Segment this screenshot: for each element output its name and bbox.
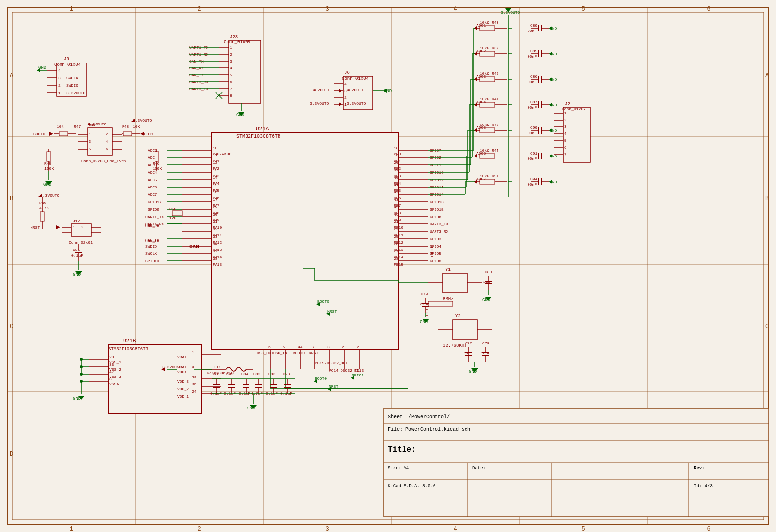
svg-text:1: 1	[69, 526, 73, 532]
svg-text:BOOT0: BOOT0	[33, 132, 45, 136]
svg-text:STM32F103C8T6TR: STM32F103C8T6TR	[236, 134, 280, 139]
svg-text:28: 28	[394, 256, 399, 261]
svg-text:120: 120	[169, 216, 177, 220]
svg-text:34: 34	[213, 242, 217, 246]
svg-text:B: B	[10, 195, 13, 202]
svg-text:5: 5	[564, 139, 566, 143]
svg-text:6: 6	[707, 526, 710, 532]
svg-text:3.3VOUTO: 3.3VOUTO	[40, 193, 60, 198]
svg-text:15: 15	[213, 183, 217, 187]
svg-text:R45: R45	[44, 161, 52, 166]
svg-text:2: 2	[564, 118, 566, 122]
svg-text:20: 20	[394, 160, 399, 165]
svg-text:A: A	[765, 72, 769, 79]
svg-text:GPIO10: GPIO10	[145, 259, 159, 263]
svg-text:J2: J2	[565, 102, 570, 107]
svg-text:C82: C82	[253, 372, 261, 376]
svg-text:1: 1	[69, 6, 73, 13]
svg-text:4: 4	[453, 526, 457, 532]
svg-point-320	[80, 380, 83, 383]
svg-text:1: 1	[58, 91, 61, 95]
svg-text:Conn_01x04: Conn_01x04	[342, 76, 369, 81]
svg-text:00nF: 00nF	[528, 105, 537, 110]
svg-text:8: 8	[109, 377, 112, 381]
svg-text:Sheet: /PowerControl/: Sheet: /PowerControl/	[388, 414, 450, 420]
svg-text:33: 33	[213, 234, 217, 239]
svg-text:C86: C86	[530, 74, 538, 79]
svg-text:5: 5	[230, 73, 232, 77]
svg-text:3.3VOUTO: 3.3VOUTO	[66, 91, 86, 95]
svg-text:00nF: 00nF	[528, 182, 537, 187]
svg-text:GPIO13: GPIO13	[430, 200, 444, 204]
svg-text:6: 6	[230, 80, 232, 84]
svg-text:PB15: PB15	[394, 262, 403, 267]
svg-text:38: 38	[213, 256, 217, 261]
svg-text:ADC2: ADC2	[476, 49, 486, 53]
svg-text:4: 4	[230, 66, 232, 70]
svg-point-313	[80, 358, 83, 361]
svg-text:GPIO9: GPIO9	[148, 207, 159, 212]
svg-text:24: 24	[192, 389, 197, 394]
svg-text:C78: C78	[482, 341, 490, 345]
svg-text:3: 3	[564, 125, 566, 129]
svg-text:SWCLK: SWCLK	[66, 76, 78, 80]
svg-text:11: 11	[213, 153, 217, 157]
svg-text:00nF: 00nF	[528, 156, 537, 161]
svg-text:J6: J6	[344, 70, 350, 75]
svg-text:2: 2	[230, 52, 232, 57]
svg-text:R49: R49	[39, 201, 47, 205]
svg-text:14: 14	[213, 175, 217, 180]
svg-text:C90: C90	[530, 125, 538, 130]
svg-text:3: 3	[230, 59, 232, 63]
svg-text:NRST: NRST	[31, 225, 40, 230]
svg-text:GPIO17: GPIO17	[148, 200, 162, 204]
svg-rect-370	[155, 152, 159, 161]
svg-text:R50: R50	[169, 207, 177, 211]
svg-text:C85: C85	[530, 49, 538, 53]
svg-text:1: 1	[192, 350, 194, 354]
svg-text:13: 13	[213, 168, 217, 172]
svg-text:44: 44	[298, 345, 303, 349]
svg-text:0.1uF: 0.1uF	[71, 253, 83, 258]
svg-text:UART1_TX: UART1_TX	[145, 215, 164, 219]
svg-text:VDD_1: VDD_1	[177, 394, 189, 399]
svg-text:A: A	[10, 72, 14, 79]
svg-text:27: 27	[394, 249, 399, 253]
svg-text:2: 2	[197, 526, 201, 532]
svg-text:4: 4	[106, 140, 108, 144]
svg-text:C89: C89	[530, 23, 538, 28]
svg-text:C93: C93	[283, 372, 290, 376]
svg-text:9: 9	[192, 365, 194, 369]
svg-text:4: 4	[344, 82, 347, 86]
svg-text:25: 25	[394, 234, 399, 239]
svg-text:ADC6: ADC6	[148, 185, 157, 189]
svg-rect-294	[108, 344, 202, 413]
svg-text:R47: R47	[74, 125, 81, 129]
svg-text:1: 1	[89, 132, 91, 136]
svg-text:PC13: PC13	[354, 368, 364, 373]
svg-text:VSSA: VSSA	[109, 382, 119, 386]
svg-text:CAN_TX: CAN_TX	[145, 239, 159, 243]
svg-text:19: 19	[394, 153, 399, 157]
schematic-canvas: 1 2 3 4 5 6 1 2 3 4 5 6 A B C D A B C D …	[0, 0, 776, 532]
svg-text:Conn_02x03_Odd_Even: Conn_02x03_Odd_Even	[81, 159, 126, 163]
svg-rect-365	[47, 152, 51, 161]
svg-text:VDD_2: VDD_2	[177, 387, 189, 391]
svg-text:B: B	[765, 195, 769, 202]
svg-text:40: 40	[394, 175, 399, 180]
svg-text:VBAT: VBAT	[177, 355, 186, 359]
svg-text:3: 3	[325, 6, 329, 13]
svg-text:3: 3	[325, 526, 329, 532]
svg-text:C80: C80	[485, 270, 492, 274]
svg-text:32: 32	[213, 227, 217, 231]
svg-text:2: 2	[342, 345, 344, 349]
svg-text:48: 48	[192, 375, 197, 379]
svg-text:5: 5	[89, 147, 91, 151]
svg-text:2: 2	[106, 132, 108, 136]
svg-rect-276	[453, 320, 477, 340]
svg-text:C84: C84	[241, 372, 248, 376]
svg-text:6: 6	[106, 147, 108, 151]
svg-text:CAN: CAN	[189, 244, 199, 250]
svg-text:KiCad E.D.A. 8.0.6: KiCad E.D.A. 8.0.6	[388, 484, 435, 489]
svg-text:35: 35	[109, 362, 114, 367]
